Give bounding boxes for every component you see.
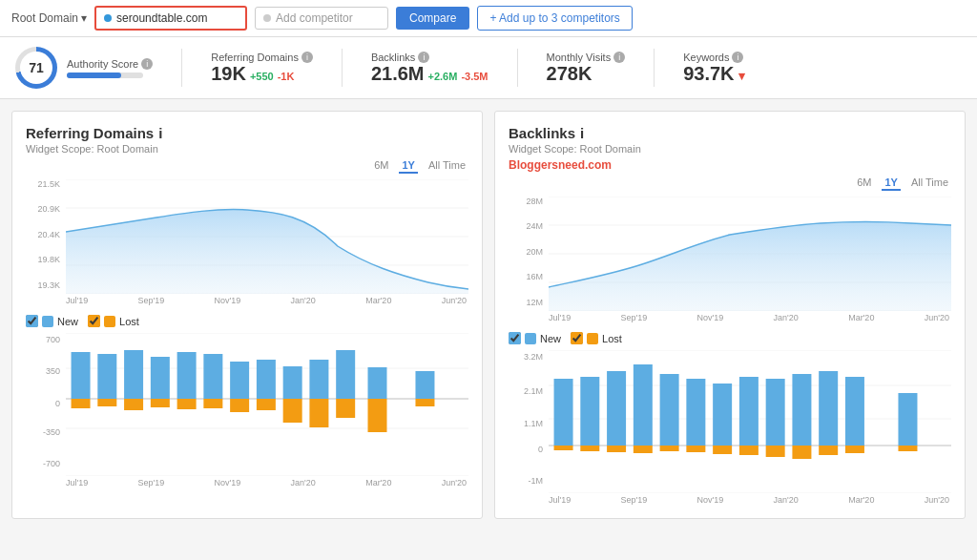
competitor-input[interactable]: Add competitor [255, 7, 388, 30]
keywords-label: Keywords i [683, 52, 744, 63]
svg-rect-52 [607, 371, 626, 446]
svg-rect-13 [97, 354, 116, 399]
right-chart-info-icon[interactable]: i [580, 125, 584, 141]
svg-rect-12 [72, 399, 91, 408]
bloggers-label: Bloggersneed.com [509, 158, 951, 172]
left-lost-label: Lost [119, 316, 139, 327]
metrics-bar: 71 Authority Score i Referring Domains i… [0, 37, 977, 99]
svg-rect-73 [898, 446, 917, 451]
referring-domains-label: Referring Domains i [211, 52, 313, 63]
top-bar: Root Domain ▾ seroundtable.com Add compe… [0, 0, 977, 37]
referring-domains-value: 19K +550 -1K [211, 63, 313, 85]
svg-rect-27 [283, 366, 302, 399]
keywords-value: 93.7K ▾ [683, 63, 744, 85]
divider-2 [342, 49, 343, 87]
svg-rect-70 [845, 377, 864, 446]
domain-value: seroundtable.com [116, 11, 207, 25]
svg-rect-59 [686, 446, 705, 452]
backlinks-label: Backlinks i [371, 52, 488, 63]
left-legend: New Lost [26, 315, 468, 327]
svg-rect-66 [792, 374, 811, 446]
backlinks-info-icon[interactable]: i [418, 52, 429, 63]
svg-rect-35 [415, 371, 434, 399]
right-time-6m[interactable]: 6M [854, 176, 874, 191]
right-time-controls: 6M 1Y All Time [509, 176, 951, 191]
svg-rect-71 [845, 446, 864, 453]
left-legend-lost: Lost [88, 315, 139, 327]
left-x-labels: Jul'19Sep'19Nov'19Jan'20Mar'20Jun'20 [26, 296, 468, 305]
left-new-box [42, 316, 53, 327]
competitor-dot-icon [263, 14, 271, 22]
svg-rect-14 [97, 399, 116, 406]
left-area-chart: 21.5K 20.9K 20.4K 19.8K 19.3K [26, 179, 468, 305]
svg-rect-11 [72, 352, 91, 399]
left-time-alltime[interactable]: All Time [426, 158, 468, 174]
svg-rect-64 [766, 379, 785, 446]
root-domain-dropdown[interactable]: Root Domain ▾ [11, 11, 87, 25]
authority-info-icon[interactable]: i [141, 58, 153, 70]
authority-progress-bar [67, 73, 143, 78]
authority-score-metric: 71 Authority Score i [15, 47, 153, 89]
right-time-1y[interactable]: 1Y [882, 176, 900, 191]
keywords-info-icon[interactable]: i [732, 52, 743, 63]
authority-progress-fill [67, 73, 121, 78]
svg-rect-22 [203, 399, 222, 408]
backlinks-neg: -3.5M [461, 71, 488, 82]
referring-domains-info-icon[interactable]: i [301, 52, 313, 63]
svg-rect-23 [230, 362, 249, 399]
monthly-visits-metric: Monthly Visits i 278K [547, 52, 626, 85]
authority-label: Authority Score i [67, 58, 153, 70]
right-legend-new: New [509, 332, 561, 344]
domain-input-box[interactable]: seroundtable.com [94, 6, 247, 31]
keywords-trend-icon: ▾ [738, 69, 745, 83]
compare-button[interactable]: Compare [396, 7, 469, 30]
right-legend: New Lost [509, 332, 951, 344]
add-competitors-button[interactable]: + Add up to 3 competitors [477, 6, 632, 31]
backlinks-value: 21.6M +2.6M -3.5M [371, 63, 488, 85]
left-lost-box [104, 316, 115, 327]
svg-rect-68 [819, 371, 838, 446]
svg-rect-57 [660, 446, 679, 451]
right-new-checkbox[interactable] [509, 332, 521, 344]
backlinks-metric: Backlinks i 21.6M +2.6M -3.5M [371, 52, 488, 85]
svg-rect-33 [368, 367, 387, 399]
main-content: Referring Domains i Widget Scope: Root D… [0, 99, 977, 530]
root-domain-label: Root Domain [11, 11, 78, 25]
right-lost-checkbox[interactable] [571, 332, 583, 344]
referring-domains-metric: Referring Domains i 19K +550 -1K [211, 52, 313, 85]
svg-rect-16 [124, 399, 143, 410]
right-lost-label: Lost [602, 333, 622, 344]
right-chart-subtitle: Widget Scope: Root Domain [509, 143, 951, 155]
svg-rect-55 [634, 446, 653, 453]
svg-rect-34 [368, 399, 387, 432]
svg-rect-72 [898, 393, 917, 446]
divider-1 [181, 49, 182, 87]
svg-rect-58 [686, 379, 705, 446]
svg-rect-25 [257, 360, 276, 399]
left-chart-info-icon[interactable]: i [158, 125, 162, 141]
left-new-label: New [57, 316, 78, 327]
left-lost-checkbox[interactable] [88, 315, 100, 327]
authority-value: 71 [20, 52, 52, 84]
right-area-chart: 28M 24M 20M 16M 12M [509, 197, 951, 322]
svg-rect-36 [415, 399, 434, 406]
right-time-alltime[interactable]: All Time [908, 176, 951, 191]
left-time-1y[interactable]: 1Y [399, 158, 417, 174]
svg-rect-29 [309, 360, 328, 399]
svg-rect-53 [607, 446, 626, 452]
right-bar-x-labels: Jul'19Sep'19Nov'19Jan'20Mar'20Jun'20 [509, 495, 951, 505]
svg-rect-51 [580, 446, 599, 451]
left-time-6m[interactable]: 6M [371, 158, 391, 174]
right-x-labels: Jul'19Sep'19Nov'19Jan'20Mar'20Jun'20 [509, 313, 951, 322]
authority-circle: 71 [15, 47, 57, 89]
left-bar-x-labels: Jul'19Sep'19Nov'19Jan'20Mar'20Jun'20 [26, 478, 468, 487]
svg-rect-65 [766, 446, 785, 457]
monthly-visits-info-icon[interactable]: i [613, 52, 625, 63]
left-new-checkbox[interactable] [26, 315, 38, 327]
left-time-controls: 6M 1Y All Time [26, 158, 468, 174]
right-new-label: New [540, 333, 561, 344]
svg-rect-56 [660, 374, 679, 446]
svg-rect-48 [554, 379, 573, 446]
svg-rect-17 [151, 357, 170, 399]
svg-rect-62 [739, 377, 759, 446]
